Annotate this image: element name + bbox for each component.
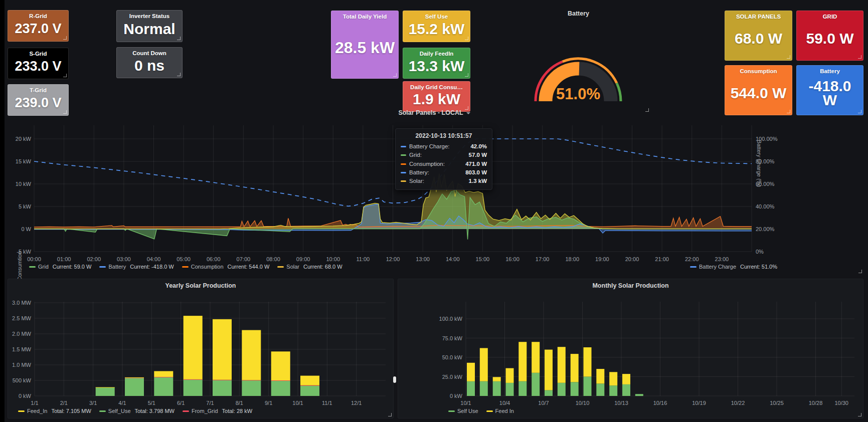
y-tick-left: -5 kW [5,249,31,255]
resize-handle[interactable] [388,413,392,416]
legend-item-feed-in[interactable]: Feed In [486,408,514,414]
tooltip-row: Consumption:471.0 W [401,160,487,168]
chevron-down-icon[interactable] [466,112,470,114]
x-tick: 3/1 [82,400,104,406]
resize-handle[interactable] [858,270,862,273]
resize-handle[interactable] [177,37,181,40]
tooltip-timestamp: 2022-10-13 10:51:57 [401,132,487,139]
tooltip-row: Battery:803.0 W [401,168,487,177]
resize-handle[interactable] [177,73,181,76]
x-tick: 10:00 [322,256,343,262]
main-panel-title[interactable]: Solar Panels - LOCAL [5,109,863,116]
stat-panel-grid[interactable]: GRID 59.0 W [796,11,863,61]
tooltip-rows: Battery Charge:42.0%Grid:57.0 WConsumpti… [401,142,487,185]
series-color-dash [401,180,406,182]
y-tick: 1.0 MW [8,362,31,368]
tooltip-label: Solar: [409,177,424,185]
stat-panel-count-down[interactable]: Count Down 0 ns [116,47,183,78]
legend-label: From_Grid [192,408,218,414]
tooltip-label: Battery Charge: [409,142,450,151]
x-tick: 16:00 [502,256,523,262]
legend-value: Current: 544.0 W [228,264,270,270]
legend-label: Grid [38,264,49,270]
x-tick: 17:00 [532,256,553,262]
legend-item-solar[interactable]: SolarCurrent: 68.0 W [277,264,342,270]
tooltip-value: 1.3 kW [469,177,487,185]
x-tick: 13:00 [412,256,433,262]
stat-title: Total Daily Yield [331,14,398,20]
chart-legend-left: GridCurrent: 59.0 WBatteryCurrent: -418.… [29,264,342,270]
legend-label: Battery [108,264,126,270]
main-panel-title-text: Solar Panels - LOCAL [398,109,463,116]
stat-value: 28.5 kW [331,20,398,78]
x-tick: 10/7 [533,400,555,406]
y-tick-left: 0 W [5,226,31,232]
legend-label: Battery Charge [699,264,736,270]
resize-handle[interactable] [858,55,861,59]
series-color-dash [182,266,189,268]
resize-handle[interactable] [63,74,67,77]
y-tick: 1.5 MW [8,346,31,352]
series-color-dash [29,266,36,268]
tooltip-row: Solar:1.3 kW [401,177,487,185]
series-color-dash [99,266,106,268]
x-tick: 18:00 [562,256,583,262]
tooltip-value: 803.0 W [465,168,487,177]
series-color-dash [690,266,697,268]
legend-item-from_grid[interactable]: From_GridTotal: 28 kW [183,408,252,414]
x-tick: 21:00 [651,256,672,262]
x-tick: 10/16 [649,400,671,406]
resize-handle[interactable] [465,37,468,40]
gauge-panel-title[interactable]: Battery [506,10,650,17]
y-tick-right: 20.00% [756,226,782,232]
stat-panel-solar-panels[interactable]: SOLAR PANELS 68.0 W [725,11,792,61]
x-tick: 2/1 [53,400,75,406]
legend-item-self-use[interactable]: Self Use [448,408,478,414]
yearly-legend: Feed_InTotal: 7.105 MWSelf_UseTotal: 3.7… [18,408,252,414]
resize-handle[interactable] [465,73,468,77]
monthly-panel-title[interactable]: Monthly Solar Production [398,282,863,289]
stat-panel-total-daily-yield[interactable]: Total Daily Yield 28.5 kW [331,11,399,79]
x-tick: 10/25 [766,400,788,406]
legend-value: Current: 59.0 W [53,264,92,270]
legend-value: Current: 51.0% [740,264,777,270]
scrollbar-thumb[interactable] [393,376,396,383]
x-tick: 04:00 [143,256,164,262]
stat-title: SOLAR PANELS [725,14,792,20]
legend-item-battery[interactable]: BatteryCurrent: -418.0 W [99,264,173,270]
legend-item-grid[interactable]: GridCurrent: 59.0 W [29,264,91,270]
stat-panel-s-grid[interactable]: S-Grid 233.0 V [8,48,69,79]
resize-handle[interactable] [858,413,861,416]
resize-handle[interactable] [787,55,790,59]
monthly-bar-chart [466,302,854,396]
chart-legend-right: Battery ChargeCurrent: 51.0% [690,264,777,270]
chart-tooltip: 2022-10-13 10:51:57 Battery Charge:42.0%… [395,128,492,190]
legend-value: Total: 7.105 MW [51,408,91,414]
x-tick: 05:00 [173,256,194,262]
yearly-bar-chart [35,302,386,396]
tooltip-label: Grid: [409,151,422,159]
tooltip-value: 42.0% [470,142,487,151]
legend-item-battery-charge[interactable]: Battery ChargeCurrent: 51.0% [690,264,777,270]
stat-value: 237.0 V [8,19,68,41]
series-color-dash [486,410,493,412]
legend-value: Total: 28 kW [222,408,253,414]
resize-handle[interactable] [63,36,67,40]
panel-yearly-solar-production: Yearly Solar Production 3.0 MW2.5 MW2.0 … [8,279,394,418]
x-tick: 10/13 [610,400,632,406]
series-color-dash [401,146,406,147]
resize-handle[interactable] [393,73,397,77]
legend-item-consumption[interactable]: ConsumptionCurrent: 544.0 W [182,264,270,270]
x-tick: 08:00 [263,256,284,262]
x-tick: 12:00 [383,256,404,262]
stat-panel-self-use[interactable]: Self Use 15.2 kW [403,11,470,42]
y-tick-right: 0% [756,249,782,255]
legend-item-feed_in[interactable]: Feed_InTotal: 7.105 MW [18,408,91,414]
stat-panel-inverter-status[interactable]: Inverter Status Normal [116,10,183,42]
y-tick: 0 kW [433,393,462,399]
stat-panel-r-grid[interactable]: R-Grid 237.0 V [8,10,69,42]
stat-panel-daily-feedin[interactable]: Daily FeedIn 13.3 kW [403,48,470,79]
legend-item-self_use[interactable]: Self_UseTotal: 3.798 MW [99,408,175,414]
tooltip-row: Grid:57.0 W [401,151,487,159]
yearly-panel-title[interactable]: Yearly Solar Production [8,282,393,289]
